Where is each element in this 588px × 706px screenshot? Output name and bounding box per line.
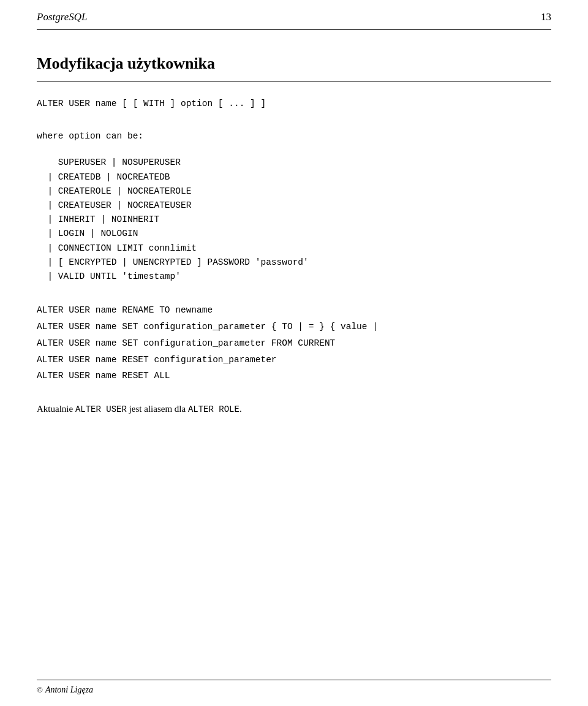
main-content: Modyfikacja użytkownika ALTER USER name … xyxy=(37,30,551,414)
alter-line-4: ALTER USER name RESET configuration_para… xyxy=(37,352,551,368)
footer-mono-2: ALTER ROLE xyxy=(188,404,239,414)
options-block: SUPERUSER | NOSUPERUSER | CREATEDB | NOC… xyxy=(37,156,551,284)
syntax-header-line: ALTER USER name [ [ WITH ] option [ ... … xyxy=(37,97,551,111)
footer-mono-1: ALTER USER xyxy=(75,404,127,414)
title-divider xyxy=(37,82,551,82)
page-header: PostgreSQL 13 xyxy=(37,0,551,30)
author-name: Antoni Ligęza xyxy=(45,685,93,695)
option-line-1: | CREATEDB | NOCREATEDB xyxy=(37,170,551,184)
alter-line-5: ALTER USER name RESET ALL xyxy=(37,368,551,384)
page-number: 13 xyxy=(541,11,551,23)
option-line-0: SUPERUSER | NOSUPERUSER xyxy=(37,156,551,170)
footer-note-suffix: . xyxy=(239,404,242,414)
footer-note-prefix: Aktualnie xyxy=(37,404,75,414)
option-line-6: | CONNECTION LIMIT connlimit xyxy=(37,241,551,256)
where-clause-block: where option can be: xyxy=(37,129,551,143)
footer-note-middle: jest aliasem dla xyxy=(127,404,188,414)
footer-note: Aktualnie ALTER USER jest aliasem dla AL… xyxy=(37,404,551,414)
syntax-block: ALTER USER name [ [ WITH ] option [ ... … xyxy=(37,97,551,111)
copyright-symbol: © xyxy=(37,685,43,695)
option-line-5: | LOGIN | NOLOGIN xyxy=(37,227,551,241)
option-line-3: | CREATEUSER | NOCREATEUSER xyxy=(37,199,551,213)
alter-statements-block: ALTER USER name RENAME TO newnameALTER U… xyxy=(37,302,551,384)
page-footer: © Antoni Ligęza xyxy=(37,680,551,695)
option-line-2: | CREATEROLE | NOCREATEROLE xyxy=(37,184,551,199)
alter-line-0: ALTER USER name RENAME TO newname xyxy=(37,302,551,319)
option-line-8: | VALID UNTIL 'timestamp' xyxy=(37,270,551,284)
option-line-4: | INHERIT | NOINHERIT xyxy=(37,213,551,227)
where-clause-label: where option can be: xyxy=(37,129,551,143)
section-title: Modyfikacja użytkownika xyxy=(37,55,551,73)
alter-line-2: ALTER USER name SET configuration_parame… xyxy=(37,319,551,335)
alter-line-3: ALTER USER name SET configuration_parame… xyxy=(37,335,551,352)
header-title: PostgreSQL xyxy=(37,11,88,23)
option-line-7: | [ ENCRYPTED | UNENCRYPTED ] PASSWORD '… xyxy=(37,256,551,270)
